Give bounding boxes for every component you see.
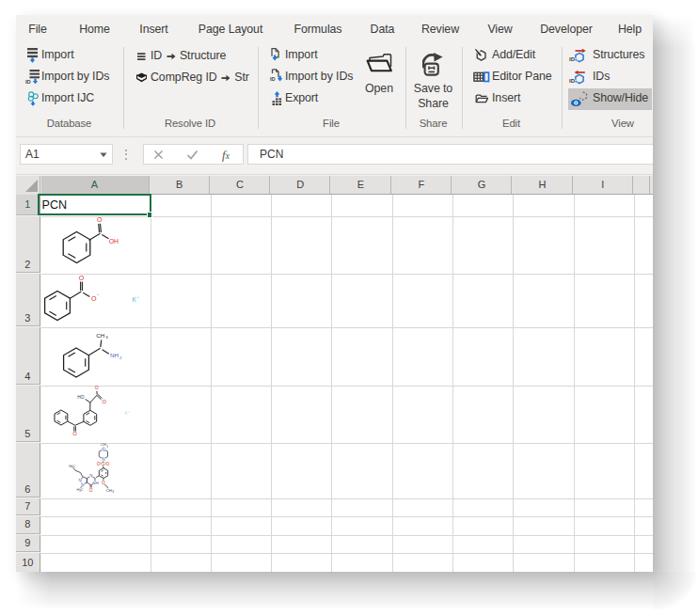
svg-text:O: O	[102, 481, 105, 485]
svg-text:O: O	[89, 488, 93, 493]
svg-text:3: 3	[112, 490, 114, 494]
svg-text:O: O	[79, 275, 85, 281]
svg-text:ID: ID	[25, 79, 31, 85]
svg-text:ID: ID	[569, 56, 576, 62]
svg-text:CH: CH	[101, 442, 106, 447]
svg-text:O: O	[72, 431, 77, 436]
svg-text:+: +	[128, 410, 130, 414]
svg-text:C: C	[72, 464, 75, 468]
svg-text:2: 2	[119, 355, 122, 360]
svg-text:3: 3	[106, 445, 108, 449]
svg-text:ID: ID	[270, 76, 276, 82]
svg-text:−: −	[97, 292, 100, 297]
svg-text:OH: OH	[109, 238, 119, 245]
svg-text:ID: ID	[569, 78, 576, 84]
svg-text:NH: NH	[93, 481, 99, 485]
svg-text:NH: NH	[110, 352, 119, 358]
svg-text:N: N	[89, 473, 92, 478]
svg-text:S: S	[102, 461, 105, 466]
svg-text:3: 3	[105, 335, 108, 340]
svg-text:HO: HO	[77, 395, 84, 400]
svg-text:N: N	[102, 448, 104, 452]
svg-text:O: O	[95, 385, 99, 390]
svg-text:O: O	[106, 462, 110, 466]
svg-text:CH: CH	[106, 488, 112, 493]
svg-text:O: O	[103, 399, 107, 404]
svg-text:+: +	[137, 294, 140, 299]
svg-text:O: O	[97, 462, 101, 466]
svg-text:C: C	[80, 487, 83, 492]
svg-text:O: O	[97, 216, 103, 223]
svg-text:CH: CH	[96, 332, 104, 339]
